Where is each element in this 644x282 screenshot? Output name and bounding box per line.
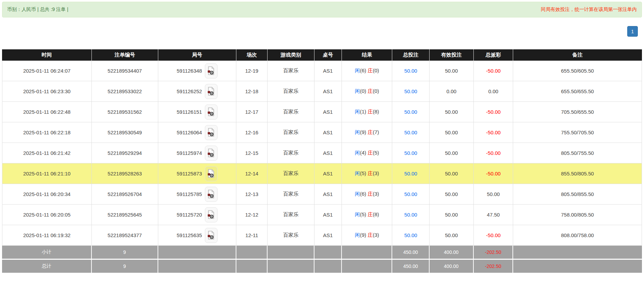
video-replay-button[interactable] (205, 207, 218, 222)
cell-remark: 805.50/855.50 (513, 184, 642, 205)
video-replay-button[interactable] (205, 228, 218, 243)
cell-result: 闲(9) 庄(3) (342, 225, 393, 246)
player-result: 闲(5) (355, 170, 366, 176)
cell-total-bet: 50.00 (392, 61, 429, 81)
cell-bet-id: 522189533022 (92, 81, 158, 102)
banker-label: 庄 (368, 150, 373, 156)
player-result: 闲(5) (355, 211, 366, 217)
table-row: 2025-01-11 06:21:42 522189529294 5911259… (2, 143, 642, 163)
col-header-result: 结果 (342, 49, 393, 61)
video-replay-button[interactable] (205, 63, 218, 78)
summary-empty-table-no (314, 260, 342, 274)
cell-table-no: AS1 (314, 61, 342, 81)
player-label: 闲 (355, 109, 360, 114)
banker-label: 庄 (368, 191, 373, 197)
cell-total-bet: 50.00 (392, 225, 429, 246)
cell-bet-id: 522189534407 (92, 61, 158, 81)
cell-time: 2025-01-11 06:22:18 (2, 122, 92, 143)
cell-payout: -50.00 (474, 225, 513, 246)
banker-label: 庄 (368, 129, 373, 135)
total-bet-link[interactable]: 50.00 (404, 88, 417, 94)
cell-payout: -50.00 (474, 61, 513, 81)
col-header-round-id: 局号 (158, 49, 236, 61)
cell-valid-bet: 50.00 (430, 184, 474, 205)
table-row: 2025-01-11 06:23:30 522189533022 5911262… (2, 81, 642, 102)
cell-valid-bet: 50.00 (430, 102, 474, 122)
summary-empty-remark (513, 246, 642, 260)
summary-empty-game-type (268, 260, 314, 274)
cell-session: 12-11 (236, 225, 268, 246)
banker-label: 庄 (368, 170, 373, 176)
total-bet-link[interactable]: 50.00 (404, 212, 417, 218)
total-bet-link[interactable]: 50.00 (404, 232, 417, 238)
player-label: 闲 (355, 170, 360, 176)
summary-empty-game-type (268, 246, 314, 260)
currency-info-bar: 币别：人民币 | 总共 :9 注单 | 同局有效投注，统一计算在该局第一张注单内 (2, 2, 642, 17)
col-header-session: 场次 (236, 49, 268, 61)
cell-game-type: 百家乐 (268, 143, 314, 163)
cell-session: 12-14 (236, 163, 268, 184)
total-bet-link[interactable]: 50.00 (404, 191, 417, 197)
cell-payout: -50.00 (474, 122, 513, 143)
total-bet-link[interactable]: 50.00 (404, 130, 417, 135)
total-bet-link[interactable]: 50.00 (404, 68, 417, 74)
cell-remark: 805.50/755.50 (513, 143, 642, 163)
cell-bet-id: 522189525645 (92, 205, 158, 225)
total-bet-link[interactable]: 50.00 (404, 150, 417, 156)
player-result: 闲(1) (355, 109, 366, 114)
cell-game-type: 百家乐 (268, 184, 314, 205)
banker-result: 庄(5) (368, 150, 379, 156)
summary-empty-table-no (314, 246, 342, 260)
cell-valid-bet: 50.00 (430, 143, 474, 163)
cell-remark: 655.50/605.50 (513, 61, 642, 81)
summary-valid-bet: 400.00 (430, 260, 474, 274)
cell-time: 2025-01-11 06:20:05 (2, 205, 92, 225)
pagination: 1 (0, 26, 638, 37)
summary-row: 总计 9 450.00 400.00 -202.50 (2, 260, 642, 274)
video-file-icon (207, 66, 215, 75)
cell-session: 12-15 (236, 143, 268, 163)
banker-result: 庄(8) (368, 211, 379, 217)
total-bet-link[interactable]: 50.00 (404, 109, 417, 115)
cell-total-bet: 50.00 (392, 143, 429, 163)
cell-bet-id: 522189526704 (92, 184, 158, 205)
cell-payout: -50.00 (474, 163, 513, 184)
summary-total-bet: 450.00 (392, 260, 429, 274)
video-replay-button[interactable] (205, 146, 218, 161)
cell-total-bet: 50.00 (392, 184, 429, 205)
total-bet-link[interactable]: 50.00 (404, 171, 417, 176)
summary-payout: -202.50 (474, 246, 513, 260)
cell-session: 12-16 (236, 122, 268, 143)
video-replay-button[interactable] (205, 105, 218, 120)
cell-table-no: AS1 (314, 81, 342, 102)
player-result: 闲(0) (355, 88, 366, 94)
player-result: 闲(6) (355, 68, 366, 73)
summary-label: 小计 (2, 246, 92, 260)
cell-total-bet: 50.00 (392, 81, 429, 102)
player-label: 闲 (355, 129, 360, 135)
cell-total-bet: 50.00 (392, 122, 429, 143)
video-replay-button[interactable] (205, 125, 218, 140)
page-1-button[interactable]: 1 (627, 26, 638, 37)
cell-result: 闲(1) 庄(8) (342, 102, 393, 122)
video-replay-button[interactable] (205, 84, 218, 99)
video-file-icon (207, 87, 215, 96)
video-replay-button[interactable] (205, 166, 218, 181)
col-header-game-type: 游戏类别 (268, 49, 314, 61)
cell-table-no: AS1 (314, 225, 342, 246)
video-replay-button[interactable] (205, 187, 218, 202)
col-header-remark: 备注 (513, 49, 642, 61)
summary-empty-session (236, 260, 268, 274)
table-footer: 小计 9 450.00 400.00 -202.50 总计 9 450.00 4… (2, 246, 642, 274)
video-file-icon (207, 107, 215, 117)
cell-bet-id: 522189528263 (92, 163, 158, 184)
table-row: 2025-01-11 06:20:05 522189525645 5911257… (2, 205, 642, 225)
cell-round-id: 591125635 (158, 225, 236, 246)
cell-payout: 50.00 (474, 184, 513, 205)
cell-game-type: 百家乐 (268, 61, 314, 81)
table-body: 2025-01-11 06:24:07 522189534407 5911263… (2, 61, 642, 246)
player-label: 闲 (355, 150, 360, 156)
player-result: 闲(6) (355, 191, 366, 197)
video-file-icon (207, 210, 215, 219)
cell-result: 闲(6) 庄(0) (342, 61, 393, 81)
